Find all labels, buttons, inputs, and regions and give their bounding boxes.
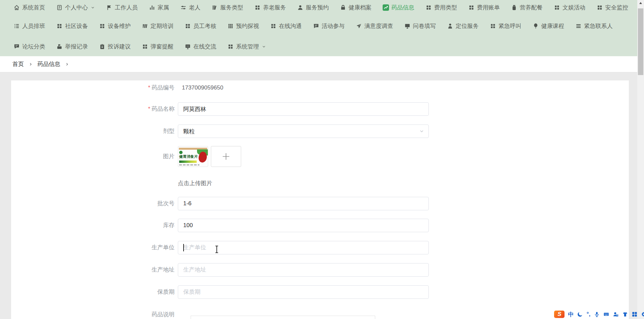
triangle-up-icon xyxy=(639,2,642,4)
send-icon xyxy=(356,23,362,29)
account-icon[interactable]: 15 xyxy=(613,311,619,317)
nav-item-system-management[interactable]: 系统管理 xyxy=(227,43,266,50)
nav-item-label: 系统首页 xyxy=(22,4,45,11)
nav-item-elderly[interactable]: 老人 xyxy=(180,4,200,11)
nav-item-health-course[interactable]: 健康课程 xyxy=(533,22,564,30)
night-mode-icon[interactable] xyxy=(577,311,583,317)
nav-item-staff[interactable]: 工作人员 xyxy=(106,4,138,11)
drug-description-editor[interactable] xyxy=(191,316,375,319)
settings-icon[interactable] xyxy=(641,311,644,317)
grid-icon xyxy=(56,23,63,29)
plus-icon xyxy=(222,152,230,161)
breadcrumb-home[interactable]: 首页 xyxy=(12,60,24,68)
drug-id-label: *药品编号 xyxy=(11,84,174,92)
nav-item-label: 服务预约 xyxy=(306,4,329,11)
drug-id-value: 1737009059650 xyxy=(178,84,223,91)
nav-item-service-booking[interactable]: 服务预约 xyxy=(297,4,329,11)
nav-item-recreation-activity[interactable]: 文娱活动 xyxy=(554,4,585,11)
nav-item-security-monitor[interactable]: 安全监控 xyxy=(597,4,628,11)
address-input[interactable] xyxy=(178,263,429,277)
ime-toolbar: S中°,15 xyxy=(554,310,644,319)
image-label: 图片 xyxy=(11,146,174,167)
nav-item-service-type[interactable]: 服务类型 xyxy=(212,4,243,11)
nav-item-device-maintenance[interactable]: 设备维护 xyxy=(99,22,131,30)
nav-item-personal-center[interactable]: 个人中心 xyxy=(56,4,95,11)
nav-item-questionnaire[interactable]: 问卷填写 xyxy=(404,22,436,30)
nav-item-label: 员工考核 xyxy=(193,22,216,30)
chevron-right-icon xyxy=(65,62,69,66)
film-icon xyxy=(142,23,148,29)
nav-item-online-chat[interactable]: 在线交流 xyxy=(185,43,216,50)
nav-item-report-record[interactable]: 举报记录 xyxy=(56,43,88,50)
nav-item-emergency-contact[interactable]: 紧急联系人 xyxy=(575,22,613,30)
nav-item-label: 预约探视 xyxy=(236,22,259,30)
forum-icon xyxy=(13,43,20,50)
nav-item-family[interactable]: 家属 xyxy=(149,4,169,11)
nav-item-forum-category[interactable]: 论坛分类 xyxy=(13,43,45,50)
image-upload-button[interactable] xyxy=(211,146,241,167)
manufacturer-input[interactable] xyxy=(178,241,429,254)
nav-item-fee-type[interactable]: 费用类型 xyxy=(425,4,457,11)
nav-item-nutrition-meal[interactable]: 营养配餐 xyxy=(511,4,543,11)
nav-item-label: 在线交流 xyxy=(193,43,216,50)
nav-item-visit-appointment[interactable]: 预约探视 xyxy=(227,22,259,30)
nav-item-staff-assessment[interactable]: 员工考核 xyxy=(185,22,216,30)
drug-info-form-card: *药品编号 1737009059650 *药品名称 剂型 颗粒 xyxy=(11,80,629,319)
nav-item-fee-bill[interactable]: 费用账单 xyxy=(468,4,500,11)
shelf-life-input[interactable] xyxy=(178,285,429,299)
form-row-batch-no: 批次号 xyxy=(11,197,629,210)
nav-item-community-device[interactable]: 社区设备 xyxy=(56,22,88,30)
clipboard-icon xyxy=(99,43,105,50)
nav-item-online-communication[interactable]: 在线沟通 xyxy=(270,22,302,30)
dosage-form-label: 剂型 xyxy=(11,125,174,138)
scroll-up-button[interactable] xyxy=(637,0,644,6)
chevron-down-icon xyxy=(419,129,424,134)
stock-input[interactable] xyxy=(178,219,429,232)
manufacturer-label: 生产单位 xyxy=(11,241,174,254)
breadcrumb-current[interactable]: 药品信息 xyxy=(37,60,60,68)
scrollbar-thumb[interactable] xyxy=(638,8,643,75)
nav-item-satisfaction-survey[interactable]: 满意度调查 xyxy=(356,22,393,30)
chat-icon xyxy=(313,23,319,29)
nav-item-periodic-training[interactable]: 定期培训 xyxy=(142,22,173,30)
skin-icon[interactable] xyxy=(622,311,628,317)
nav-item-label: 老人 xyxy=(189,4,200,11)
chevron-right-icon xyxy=(29,62,33,66)
toolbox-icon[interactable] xyxy=(632,311,638,317)
address-label: 生产地址 xyxy=(11,263,174,277)
nav-item-activity-participation[interactable]: 活动参与 xyxy=(313,22,345,30)
nav-item-location-service[interactable]: 定位服务 xyxy=(447,22,479,30)
nav-item-label: 设备维护 xyxy=(108,22,131,30)
thumbnail-fine-print xyxy=(179,164,199,166)
dosage-form-select[interactable]: 颗粒 xyxy=(178,125,429,138)
nav-item-emergency-call[interactable]: 紧急呼叫 xyxy=(490,22,521,30)
dosage-form-value: 颗粒 xyxy=(183,128,195,135)
nav-item-label: 满意度调查 xyxy=(364,22,393,30)
nav-item-health-records[interactable]: 健康档案 xyxy=(340,4,372,11)
nav-item-staff-schedule[interactable]: 人员排班 xyxy=(13,22,45,30)
drug-name-input[interactable] xyxy=(178,102,429,116)
nav-item-system-home[interactable]: 系统首页 xyxy=(13,4,45,11)
drug-image-thumbnail[interactable]: 健胃消食片 xyxy=(178,146,208,167)
vertical-scrollbar[interactable] xyxy=(637,0,644,319)
nav-item-drug-info[interactable]: 药品信息 xyxy=(383,4,414,11)
nav-item-elder-care-service[interactable]: 养老服务 xyxy=(254,4,286,11)
bar-chart-icon xyxy=(149,4,155,11)
grid-icon xyxy=(270,23,277,29)
monitor-icon xyxy=(404,23,411,29)
sogou-logo-icon[interactable]: S xyxy=(554,311,565,318)
punctuation-icon[interactable]: °, xyxy=(586,311,590,318)
keypad-icon xyxy=(227,23,234,29)
required-mark: * xyxy=(148,84,150,91)
nav-item-label: 文娱活动 xyxy=(562,4,585,11)
voice-input-icon[interactable] xyxy=(594,311,600,317)
upload-tip-text: 点击上传图片 xyxy=(178,180,212,186)
nav-row-1: 系统首页个人中心工作人员家属老人服务类型养老服务服务预约健康档案药品信息费用类型… xyxy=(0,0,637,15)
chinese-mode-icon[interactable]: 中 xyxy=(568,311,574,318)
breadcrumb: 首页 药品信息 xyxy=(0,56,637,72)
virtual-keyboard-icon[interactable] xyxy=(603,311,609,317)
nav-item-popup-reminder[interactable]: 弹窗提醒 xyxy=(142,43,173,50)
nav-item-complaint-suggestion[interactable]: 投诉建议 xyxy=(99,43,131,50)
batch-no-input[interactable] xyxy=(178,197,429,210)
nav-item-label: 药品信息 xyxy=(391,4,414,11)
